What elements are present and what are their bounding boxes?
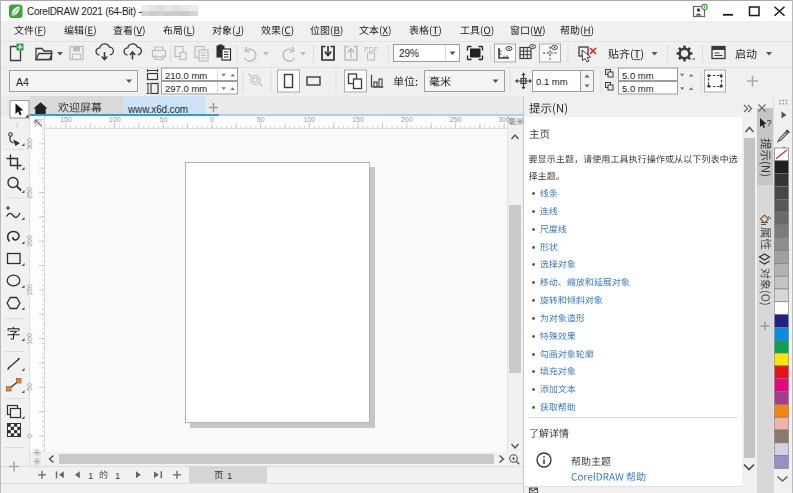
svg-text:?: ?	[767, 118, 772, 128]
